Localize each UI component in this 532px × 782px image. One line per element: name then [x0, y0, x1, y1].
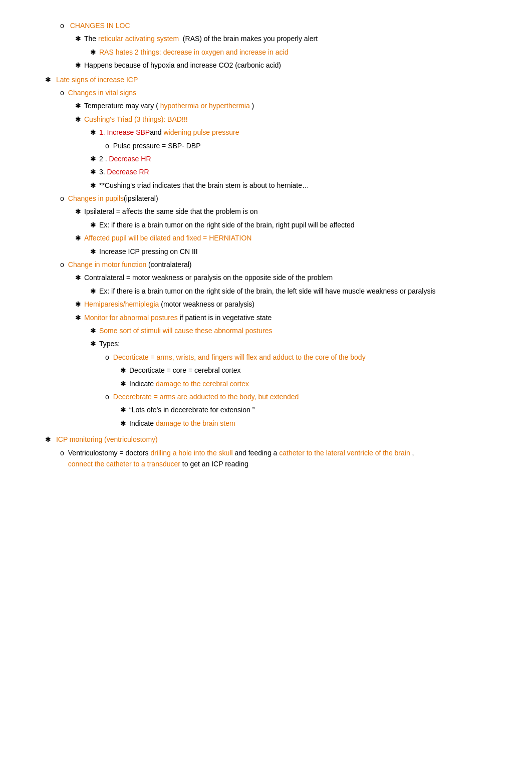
types-line: ✱ Types:: [90, 338, 502, 349]
cushing-note-text: **Cushing's triad indicates that the bra…: [99, 180, 309, 191]
square-bullet: ✱: [90, 286, 96, 297]
icp-monitoring-label: ICP monitoring (ventriculostomy): [56, 435, 158, 443]
decrease-hr-line: ✱ 2 . Decrease HR: [90, 153, 502, 164]
drilling-span: drilling a hole into the skull: [150, 449, 232, 457]
square-bullet: ✱: [75, 114, 81, 125]
square-bullet: ✱: [75, 272, 81, 283]
bullet-o: o: [60, 259, 64, 270]
decorticate-text: Decorticate = arms, wrists, and fingers …: [113, 352, 366, 363]
bullet-o: o: [60, 87, 64, 98]
ras-hates-text: RAS hates 2 things: decrease in oxygen a…: [99, 47, 288, 58]
square-bullet: ✱: [120, 365, 126, 376]
bullet-o: o: [105, 391, 109, 402]
decerebrate-lots-line: ✱ “Lots ofe’s in decerebrate for extensi…: [120, 404, 502, 415]
cerebral-cortex-span: damage to the cerebral cortex: [156, 380, 249, 388]
motor-label-colored: Change in motor function: [68, 260, 146, 269]
cn3-text: Increase ICP pressing on CN III: [99, 246, 198, 257]
vital-signs-label: Changes in vital signs: [68, 87, 136, 98]
motor-item: o Change in motor function (contralatera…: [60, 259, 502, 270]
square-bullet: ✱: [90, 166, 96, 177]
square-bullet: ✱: [90, 338, 96, 349]
contralateral-text: Contralateral = motor weakness or paraly…: [84, 272, 333, 283]
square-bullet: ✱: [90, 180, 96, 191]
decrease-hr-span: Decrease HR: [109, 155, 151, 163]
changes-in-loc-label: CHANGES IN LOC: [70, 22, 130, 30]
bullet-o: o: [105, 140, 109, 151]
types-text: Types:: [99, 338, 120, 349]
hemiparesis-span: Hemiparesis/hemiplegia: [84, 300, 159, 308]
pupils-label-colored: Changes in pupils: [68, 194, 124, 202]
temp-text: Temperature may vary ( hypothermia or hy…: [84, 100, 254, 111]
decrease-rr-text: 3. Decrease RR: [99, 166, 149, 177]
hypothermia-span: hypothermia or hyperthermia: [160, 102, 250, 110]
square-bullet: ✱: [120, 378, 126, 389]
square-bullet: ✱: [90, 219, 96, 230]
bullet-o-marker: o: [60, 22, 64, 30]
square-bullet: ✱: [120, 404, 126, 415]
connect-span: connect the catheter to a transducer: [68, 460, 180, 468]
square-bullet: ✱: [75, 100, 81, 111]
square-bullet: ✱: [90, 153, 96, 164]
contralateral-ex-text: Ex: if there is a brain tumor on the rig…: [99, 286, 436, 297]
ventriculostomy-line: o Ventriculostomy = doctors drilling a h…: [60, 447, 502, 470]
pupils-item: o Changes in pupils(ipsilateral): [60, 193, 502, 204]
catheter-span: catheter to the lateral ventricle of the…: [279, 449, 410, 457]
happens-text: Happens because of hypoxia and increase …: [84, 60, 281, 71]
square-bullet: ✱: [90, 246, 96, 257]
cushing-label: Cushing's Triad (3 things): BAD!!!: [84, 114, 188, 125]
decerebrate-indicate-line: ✱ Indicate damage to the brain stem: [120, 418, 502, 429]
page-content: o CHANGES IN LOC ✱ The reticular activat…: [30, 20, 502, 469]
square-bullet: ✱: [45, 435, 51, 443]
widening-label: widening pulse pressure: [163, 128, 239, 136]
temp-line: ✱ Temperature may vary ( hypothermia or …: [75, 100, 502, 111]
late-signs-label: Late signs of increase ICP: [56, 76, 138, 84]
ras-intro-text: The reticular activating system (RAS) of…: [84, 33, 318, 44]
late-signs-item: ✱ Late signs of increase ICP: [45, 74, 502, 85]
decrease-rr-span: Decrease RR: [107, 168, 149, 176]
ras-span: reticular activating system: [98, 35, 179, 43]
hemiparesis-line: ✱ Hemiparesis/hemiplegia (motor weakness…: [75, 299, 502, 310]
cushing-line: ✱ Cushing's Triad (3 things): BAD!!!: [75, 114, 502, 125]
stimuli-text: Some sort of stimuli will cause these ab…: [99, 325, 272, 336]
ipsilateral-text: Ipsilateral = affects the same side that…: [84, 206, 257, 217]
vital-signs-item: o Changes in vital signs: [60, 87, 502, 98]
brain-stem-span: damage to the brain stem: [156, 419, 235, 427]
motor-label: Change in motor function (contralateral): [68, 259, 192, 270]
pulse-pressure-text: Pulse pressure = SBP- DBP: [113, 140, 201, 151]
decorticate-indicate-line: ✱ Indicate damage to the cerebral cortex: [120, 378, 502, 389]
hemiparesis-text: Hemiparesis/hemiplegia (motor weakness o…: [84, 299, 254, 310]
ipsilateral-ex-line: ✱ Ex: if there is a brain tumor on the r…: [90, 219, 502, 230]
cushing-note-line: ✱ **Cushing's triad indicates that the b…: [90, 180, 502, 191]
decrease-rr-line: ✱ 3. Decrease RR: [90, 166, 502, 177]
square-bullet: ✱: [45, 76, 51, 84]
increase-sbp-line: ✱ 1. Increase SBPand widening pulse pres…: [90, 127, 502, 138]
contralateral-line: ✱ Contralateral = motor weakness or para…: [75, 272, 502, 283]
stimuli-line: ✱ Some sort of stimuli will cause these …: [90, 325, 502, 336]
ventriculostomy-text: Ventriculostomy = doctors drilling a hol…: [68, 447, 419, 470]
ras-intro-line: ✱ The reticular activating system (RAS) …: [75, 33, 502, 44]
icp-monitoring-item: ✱ ICP monitoring (ventriculostomy): [45, 434, 502, 445]
changes-in-loc-item: o CHANGES IN LOC: [60, 20, 502, 31]
pulse-pressure-line: o Pulse pressure = SBP- DBP: [105, 140, 502, 151]
ras-hates-line: ✱ RAS hates 2 things: decrease in oxygen…: [90, 47, 502, 58]
sbp-num: 1.: [99, 128, 107, 136]
contralateral-ex-line: ✱ Ex: if there is a brain tumor on the r…: [90, 286, 502, 297]
square-bullet: ✱: [75, 232, 81, 243]
decerebrate-lots-text: “Lots ofe’s in decerebrate for extension…: [129, 404, 254, 415]
square-bullet: ✱: [75, 206, 81, 217]
sbp-label: Increase SBP: [107, 128, 150, 136]
ipsilateral-ex-text: Ex: if there is a brain tumor on the rig…: [99, 219, 354, 230]
monitor-text: Monitor for abnormal postures if patient…: [84, 312, 272, 323]
decorticate-line: o Decorticate = arms, wrists, and finger…: [105, 352, 502, 363]
bullet-o: o: [60, 447, 64, 458]
decorticate-core-line: ✱ Decorticate = core = cerebral cortex: [120, 365, 502, 376]
bullet-o: o: [60, 193, 64, 204]
happens-because-line: ✱ Happens because of hypoxia and increas…: [75, 60, 502, 71]
decerebrate-line: o Decerebrate = arms are adducted to the…: [105, 391, 502, 402]
increase-sbp-text: 1. Increase SBPand widening pulse pressu…: [99, 127, 239, 138]
monitor-postures-line: ✱ Monitor for abnormal postures if patie…: [75, 312, 502, 323]
cn3-line: ✱ Increase ICP pressing on CN III: [90, 246, 502, 257]
decorticate-core-text: Decorticate = core = cerebral cortex: [129, 365, 241, 376]
square-bullet: ✱: [75, 60, 81, 71]
square-bullet: ✱: [90, 325, 96, 336]
